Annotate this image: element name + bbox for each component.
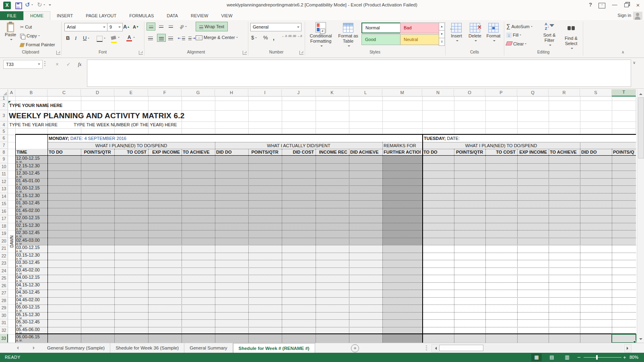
row-header-24[interactable]: 24 [0,267,8,275]
column-header-R[interactable]: R [549,89,580,97]
scroll-down-icon[interactable] [639,338,642,341]
page-layout-view-icon[interactable]: ▤ [547,354,557,361]
column-header-E[interactable]: E [114,89,148,97]
time-cell-row-20[interactable]: 02.45-03.00A.M. [16,238,47,245]
row-header-8[interactable]: 8 [0,149,8,156]
time-cell-row-13[interactable]: 01.00-12.15A.M. [16,186,47,193]
column-header-L[interactable]: L [349,89,382,97]
cell-monday-planned-header[interactable]: WHAT I PLAN(NED) TO DO/SPEND [47,143,215,148]
column-header-A[interactable]: A [8,89,15,97]
header-cell-B8[interactable]: TIME [17,150,46,154]
time-cell-row-15[interactable]: 01.30-12.45A.M. [16,201,47,208]
sheet-tab-shedule-for-week-rename-[interactable]: Shedule for Week # (RENAME #) [233,343,315,353]
row-header-17[interactable]: 17 [0,215,8,223]
column-header-Q[interactable]: Q [517,89,549,97]
column-header-J[interactable]: J [282,89,316,97]
scroll-up-icon[interactable] [639,92,642,95]
row-header-21[interactable]: 21 [0,245,8,253]
column-header-D[interactable]: D [81,89,114,97]
vertical-scroll-thumb[interactable] [638,97,644,158]
column-header-T[interactable]: T [612,89,636,97]
horizontal-scrollbar[interactable] [438,344,623,352]
vertical-scrollbar[interactable] [637,89,644,343]
row-header-2[interactable]: 2 [0,101,8,110]
row-header-23[interactable]: 23 [0,260,8,267]
time-cell-row-16[interactable]: 01.45-02.00A.M. [16,208,47,215]
column-header-N[interactable]: N [422,89,454,97]
column-header-I[interactable]: I [248,89,282,97]
time-cell-row-23[interactable]: 03.30-12.45A.M. [16,260,47,267]
header-cell-K8[interactable]: INCOME REC [317,150,347,154]
time-cell-row-22[interactable]: 03.15-12.30A.M. [16,253,47,260]
row-header-30[interactable]: 30 [0,312,8,320]
time-cell-row-33[interactable]: 06.00-06.15A.M. [16,335,47,342]
cell-remarks-header[interactable]: REMARKS FOR [384,143,416,148]
row-header-26[interactable]: 26 [0,282,8,290]
row-header-10[interactable]: 10 [0,163,8,171]
time-cell-row-26[interactable]: 04.15-12.30A.M. [16,283,47,290]
time-cell-row-27[interactable]: 04.30-12.45A.M. [16,290,47,297]
page-break-view-icon[interactable]: ▥ [562,354,572,361]
zoom-out-icon[interactable]: − [577,354,580,360]
row-header-27[interactable]: 27 [0,290,8,297]
header-cell-N8[interactable]: TO DO [423,150,452,154]
column-header-O[interactable]: O [454,89,485,97]
column-header-G[interactable]: G [182,89,215,97]
time-cell-row-10[interactable]: 12.15-12.30A.M. [16,164,47,171]
header-cell-C8[interactable]: TO DO [49,150,79,154]
sheet-nav-left-icon[interactable] [15,346,19,350]
column-header-S[interactable]: S [580,89,612,97]
column-header-M[interactable]: M [382,89,422,97]
row-header-22[interactable]: 22 [0,253,8,260]
time-cell-row-12[interactable]: 01.45-01.00A.M. [16,179,47,185]
time-cell-row-24[interactable]: 03.45-02.00A.M. [16,268,47,275]
header-cell-F8[interactable]: EXP INCOME [149,150,180,154]
time-cell-row-17[interactable]: 02.00-12.15A.M. [16,216,47,222]
row-header-9[interactable]: 9 [0,156,8,163]
time-cell-row-32[interactable]: 05.45-06.00A.M. [16,327,47,334]
header-cell-M8[interactable]: FURTHER ACTION [384,150,421,154]
cell-name-prompt[interactable]: TYPE YOUR NAME HERE [9,103,62,108]
select-all-corner[interactable] [0,89,8,97]
column-header-K[interactable]: K [316,89,349,97]
row-header-13[interactable]: 13 [0,185,8,193]
column-header-P[interactable]: P [485,89,517,97]
row-header-15[interactable]: 15 [0,200,8,208]
header-cell-E8[interactable]: TO COST [116,150,147,154]
time-cell-row-9[interactable]: 12.00-12.15A.M. [16,156,47,163]
time-cell-row-30[interactable]: 05.15-12.30A.M. [16,313,47,319]
zoom-in-icon[interactable]: + [623,354,626,360]
hscroll-right-icon[interactable] [624,344,632,352]
row-header-28[interactable]: 28 [0,297,8,305]
column-header-B[interactable]: B [15,89,47,97]
selected-cell-outline[interactable] [611,334,636,343]
header-cell-H8[interactable]: DID DO [216,150,247,154]
zoom-slider-handle[interactable] [596,355,598,360]
row-header-11[interactable]: 11 [0,171,8,178]
header-cell-R8[interactable]: TO ACHIEVE [550,150,578,154]
time-cell-row-29[interactable]: 05.00-12.15A.M. [16,305,47,312]
header-cell-P8[interactable]: TO COST [487,150,516,154]
tab-splitter[interactable] [426,346,427,351]
header-cell-T8[interactable]: POINTS/QTR [613,150,634,154]
cell-week-prompt[interactable]: TYPE THE WEEK NUMBER (OF THE YEAR) HERE [74,122,177,127]
time-cell-row-14[interactable]: 01.15-12.30A.M. [16,193,47,200]
header-cell-J8[interactable]: DID COST [283,150,314,154]
row-header-33[interactable]: 33 [0,334,8,343]
row-header-32[interactable]: 32 [0,327,8,335]
cell-monday-header[interactable]: MONDAY; DATE: 4 SEPTEMBER 2016 [49,136,126,141]
column-header-H[interactable]: H [215,89,248,97]
zoom-slider[interactable] [584,357,621,358]
header-cell-Q8[interactable]: EXP INCOME [518,150,547,154]
cell-monday-actual-header[interactable]: WHAT I ACTUALLY DID/SPENT [215,143,382,148]
row-header-20[interactable]: 20 [0,238,8,245]
hscroll-left-icon[interactable] [431,344,439,352]
row-header-1[interactable]: 1 [0,97,8,101]
row-header-14[interactable]: 14 [0,193,8,201]
cell-dawn-label[interactable]: DAWN [8,224,15,258]
row-header-29[interactable]: 29 [0,304,8,312]
time-cell-row-25[interactable]: 04.00-12.15A.M. [16,275,47,282]
cell-tuesday-planned-header[interactable]: WHAT I PLAN(NED) TO DO/SPEND [422,143,580,148]
column-header-F[interactable]: F [148,89,182,97]
time-cell-row-28[interactable]: 04.45-02.00A.M. [16,298,47,304]
